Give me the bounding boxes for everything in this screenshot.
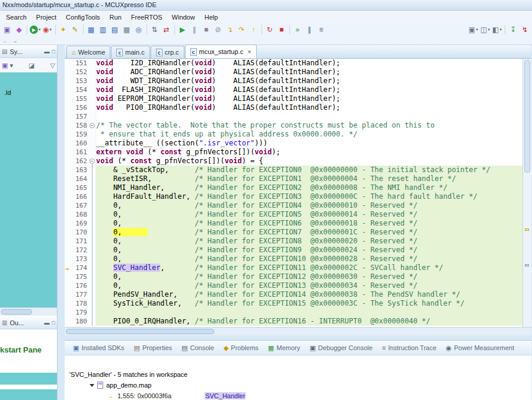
maximize-icon[interactable]: □ [52,320,55,326]
bottom-tab-problems[interactable]: ◆Problems [219,341,263,355]
disconnect-icon[interactable]: ⊘ [213,24,224,35]
code-area[interactable]: void I2D_IRQHandler(void) ALIAS(defaultI… [96,59,523,327]
close-tab-icon[interactable]: × [247,48,251,55]
gui-flash-icon[interactable]: ↧ [508,24,518,35]
annotation-cell[interactable] [65,103,72,112]
code-line[interactable]: & _vStackTop, /* Handler for EXCEPTION0 … [96,166,523,174]
ld-file-item[interactable]: .ld [4,89,11,96]
annotation-cell[interactable] [65,308,72,317]
code-editor[interactable]: → 15115215315415515615715815916016116216… [65,59,531,327]
annotation-cell[interactable] [65,130,72,139]
editor-tab-mcux_startup-c[interactable]: cmcux_startup.c× [185,45,257,58]
menu-window[interactable]: Window [167,12,200,23]
bottom-panel-sash[interactable] [65,335,531,340]
folding-ruler[interactable]: −− [89,59,96,327]
annotation-cell[interactable]: → [65,264,72,272]
bottom-tab-properties[interactable]: ▤Properties [129,341,177,355]
code-line[interactable]: PendSV_Handler, /* Handler for EXCEPTION… [96,290,523,299]
code-line[interactable]: SVC_Handler, /* Handler for EXCEPTION11 … [96,264,523,272]
resume-all-icon[interactable]: » [292,24,303,35]
package-explorer-icon[interactable]: ◧▾ [492,24,502,35]
code-line[interactable]: extern void (* const g_pfnVectors[])(voi… [96,148,523,157]
scrollbar-thumb[interactable] [66,329,214,334]
horizontal-scrollbar[interactable] [65,327,531,335]
debug-icon[interactable]: ◆ [14,24,24,35]
editor-tab-crp-c[interactable]: ccrp.c [151,46,184,58]
step-into-icon[interactable]: ↴ [225,24,235,35]
code-line[interactable]: 0, /* Handler for EXCEPTION7 @0x0000001C… [96,228,523,237]
annotation-cell[interactable] [65,85,72,94]
bottom-tab-console[interactable]: ▤Console [177,341,219,355]
annotation-cell[interactable] [65,192,72,201]
sidebar-horizontal-scrollbar[interactable] [0,307,57,316]
scrollbar-thumb[interactable] [524,60,530,173]
annotation-cell[interactable] [65,228,72,237]
symbol-view-content[interactable]: .ld [0,72,57,307]
bottom-tab-instruction-trace[interactable]: ≡Instruction Trace [377,341,441,355]
bottom-tab-installed-sdks[interactable]: ▣Installed SDKs [68,341,129,355]
registers-icon[interactable]: ▥ [98,24,109,35]
code-line[interactable] [96,112,523,121]
annotation-cell[interactable] [65,174,72,183]
fold-collapse-icon[interactable]: − [90,123,95,128]
code-line[interactable]: void FLASH_IRQHandler(void) ALIAS(defaul… [96,85,523,94]
code-line[interactable]: ResetISR, /* Handler for EXCEPTION1 @0x0… [96,174,523,183]
annotation-cell[interactable] [65,246,72,255]
code-line[interactable]: 0, /* Handler for EXCEPTION10 @0x0000002… [96,255,523,264]
suspend-all-icon[interactable]: ∥ [304,24,315,35]
collapse-all-icon[interactable]: ◪ [28,62,34,69]
code-line[interactable]: __attribute__ ((section(".isr_vector"))) [96,139,523,148]
launch-config-icon[interactable]: ◉▾ [42,24,53,35]
peripherals-icon[interactable]: ▤ [110,24,120,35]
debug-view-icon[interactable]: ▣▾ [468,24,479,35]
resume-icon[interactable]: ▶ [177,24,188,35]
maximize-icon[interactable]: □ [52,49,55,55]
minimize-icon[interactable]: ▬ [44,49,50,55]
annotation-cell[interactable] [65,219,72,228]
annotation-cell[interactable] [65,272,72,281]
wand-icon[interactable]: ✦ [58,24,69,35]
code-line[interactable]: void WDT_IRQHandler(void) ALIAS(defaultI… [96,77,523,85]
menu-run[interactable]: Run [105,12,126,23]
code-line[interactable]: void EEPROM_IRQHandler(void) ALIAS(defau… [96,94,523,103]
suspend-icon[interactable]: ∥ [189,24,200,35]
code-line[interactable]: 0, /* Handler for EXCEPTION8 @0x00000020… [96,237,523,246]
sidebar-sash[interactable] [58,45,65,400]
forward-icon[interactable]: → [10,37,19,45]
code-line[interactable]: * ensure that it ends up at physical add… [96,130,523,139]
back-icon[interactable]: ← [1,37,10,45]
perspective-icon[interactable]: ◫▾ [480,24,490,35]
terminate-icon[interactable]: ■ [201,24,212,35]
code-line[interactable]: /* The vector table. Note that the prope… [96,121,523,130]
window-titlebar[interactable]: Nxx/mods/startup/mcux_startup.c - MCUXpr… [0,0,532,11]
annotation-cell[interactable] [65,210,72,219]
annotation-cell[interactable] [65,68,72,77]
code-line[interactable]: void ADC_IRQHandler(void) ALIAS(defaultI… [96,68,523,77]
filter-icon[interactable]: ▣ [2,62,8,69]
editor-tab-main-c[interactable]: cmain.c [111,46,149,58]
outline-view-header[interactable]: ▥ Ou... ▬□ [0,316,57,329]
annotation-cell[interactable] [65,299,72,308]
menu-configtools[interactable]: ConfigTools [61,12,104,23]
sidebar-scrollbar-thumb[interactable] [1,309,32,315]
annotation-cell[interactable] [65,255,72,264]
annotation-cell[interactable] [65,281,72,290]
quickstart-row[interactable] [0,389,57,400]
annotation-cell[interactable] [65,148,72,157]
overview-marker-yellow[interactable] [525,228,529,231]
menu-help[interactable]: Help [200,12,223,23]
restart-icon[interactable]: ↻ [265,24,275,35]
code-line[interactable]: void (* const g_pfnVectors[])(void) = { [96,157,523,166]
overview-marker-occurrence[interactable] [525,264,529,266]
stack-icon[interactable]: ≡ [316,24,327,35]
step-return-icon[interactable]: ↑ [249,24,259,35]
annotation-cell[interactable] [65,290,72,299]
annotation-cell[interactable] [65,157,72,166]
probe-icon[interactable]: ↯ [520,24,530,35]
code-line[interactable]: void PIO0_IRQHandler(void) ALIAS(default… [96,103,523,112]
code-line[interactable]: NMI_Handler, /* Handler for EXCEPTION2 @… [96,183,523,192]
annotation-ruler[interactable]: → [65,59,72,327]
bottom-tab-memory[interactable]: ▦Memory [263,341,305,355]
bottom-tab-debugger-console[interactable]: ▣Debugger Console [305,341,377,355]
pencil-icon[interactable]: ✎ [70,24,81,35]
